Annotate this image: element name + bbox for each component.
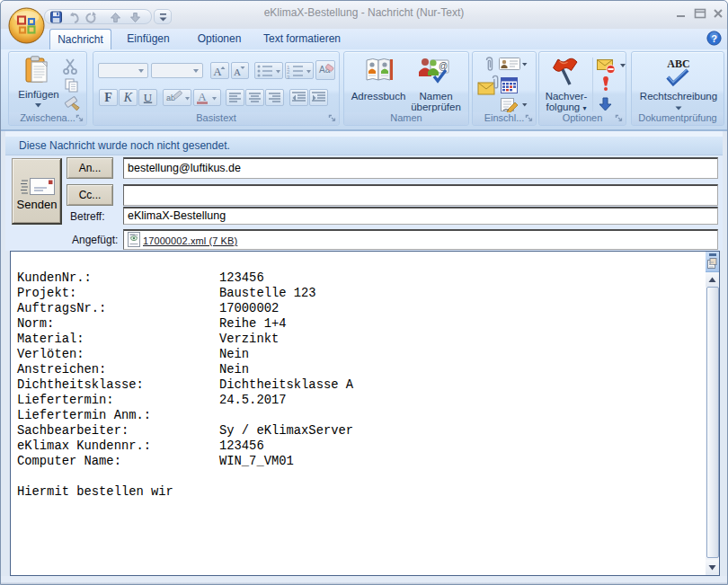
svg-text:A: A — [213, 65, 222, 78]
svg-text:3: 3 — [287, 75, 290, 80]
svg-text:A: A — [234, 66, 241, 77]
svg-text:?: ? — [711, 33, 717, 44]
svg-text:K: K — [123, 91, 133, 104]
svg-text:F: F — [104, 91, 112, 104]
svg-text:U: U — [144, 91, 153, 104]
svg-text:A: A — [198, 90, 207, 103]
svg-text:@: @ — [439, 61, 448, 71]
svg-text:ab: ab — [166, 93, 175, 102]
